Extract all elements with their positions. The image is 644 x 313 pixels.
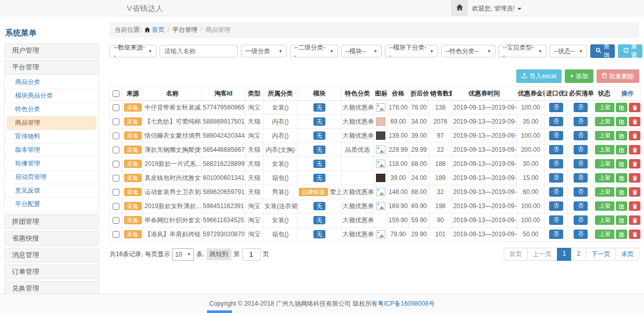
row-checkbox[interactable] (113, 161, 119, 167)
status-button[interactable]: 上架 (595, 117, 615, 126)
must-buy-toggle-button[interactable]: 否 (574, 131, 588, 140)
sidebar-item[interactable]: 宣传物料 (5, 130, 99, 143)
status-button[interactable]: 上架 (595, 215, 615, 224)
filter-select-module[interactable]: --模块--▼ (341, 45, 382, 57)
import-toggle-button[interactable]: 否 (549, 230, 563, 238)
sidebar-group[interactable]: 订单管理 (4, 264, 99, 279)
filter-select-status[interactable]: --状态--▼ (550, 45, 587, 57)
row-checkbox[interactable] (113, 104, 119, 111)
delete-button[interactable] (629, 187, 640, 197)
query-button[interactable]: 查询 (590, 44, 615, 58)
import-excel-button[interactable]: 导入excel (516, 69, 562, 83)
edit-button[interactable] (616, 145, 627, 154)
row-checkbox[interactable] (113, 203, 119, 210)
filter-select-level2-category[interactable]: --二级分类--▼ (290, 45, 338, 57)
sidebar-group[interactable]: 拼团管理 (4, 214, 99, 229)
per-page-select[interactable]: 10▼ (172, 248, 194, 261)
row-checkbox[interactable] (113, 118, 119, 125)
row-checkbox[interactable] (113, 175, 119, 182)
pager-item[interactable]: 末页 (615, 248, 639, 261)
status-button[interactable]: 上架 (595, 159, 615, 168)
import-toggle-button[interactable]: 否 (549, 215, 563, 224)
status-button[interactable]: 上架 (595, 230, 615, 238)
status-button[interactable]: 上架 (595, 173, 615, 182)
filter-select-level1-category[interactable]: 一级分类▼ (241, 45, 287, 57)
edit-button[interactable] (616, 230, 627, 239)
filter-select-special-category[interactable]: --特色分类--▼ (441, 45, 495, 57)
status-button[interactable]: 上架 (595, 145, 615, 154)
delete-button[interactable] (629, 215, 640, 225)
import-toggle-button[interactable]: 否 (549, 145, 563, 154)
pager-item[interactable]: 1 (557, 248, 572, 261)
must-buy-toggle-button[interactable]: 否 (574, 159, 588, 168)
import-toggle-button[interactable]: 否 (549, 187, 563, 196)
edit-button[interactable] (616, 159, 627, 168)
reset-button[interactable]: 重置 (618, 44, 642, 58)
jump-page-input[interactable] (242, 248, 261, 261)
edit-button[interactable] (616, 215, 627, 225)
must-buy-toggle-button[interactable]: 否 (574, 103, 588, 112)
delete-button[interactable] (629, 103, 640, 112)
pager-item[interactable]: 2 (571, 248, 586, 261)
edit-button[interactable] (616, 201, 627, 211)
row-checkbox[interactable] (113, 231, 119, 238)
sidebar-item[interactable]: 版本管理 (5, 143, 99, 157)
import-toggle-button[interactable]: 否 (549, 159, 563, 168)
row-checkbox[interactable] (113, 217, 119, 224)
must-buy-toggle-button[interactable]: 否 (574, 230, 588, 238)
pager-item[interactable]: 上一页 (527, 248, 557, 261)
status-button[interactable]: 上架 (595, 103, 615, 112)
delete-button[interactable] (629, 117, 640, 126)
must-buy-toggle-button[interactable]: 否 (574, 173, 588, 182)
delete-button[interactable] (629, 201, 640, 211)
sidebar-group[interactable]: 用户管理 (4, 43, 99, 58)
sidebar-item[interactable]: 商品分类 (5, 76, 99, 89)
import-toggle-button[interactable]: 否 (549, 103, 563, 112)
must-buy-toggle-button[interactable]: 否 (574, 145, 588, 154)
status-button[interactable]: 上架 (595, 187, 615, 196)
edit-button[interactable] (616, 187, 627, 197)
must-buy-toggle-button[interactable]: 否 (574, 201, 588, 210)
filter-select-module-subcategory[interactable]: --模块下分类--▼ (385, 45, 438, 57)
edit-button[interactable] (616, 117, 627, 126)
icp-link[interactable]: 粤ICP备16098006号 (378, 300, 434, 307)
delete-button[interactable] (629, 230, 640, 239)
filter-select-data-source[interactable]: --数据来源--▼ (110, 45, 156, 57)
row-checkbox[interactable] (113, 133, 119, 139)
user-menu[interactable]: 欢迎您, 管理员! (472, 4, 521, 13)
add-button[interactable]: + 添加 (565, 69, 593, 83)
jump-button[interactable]: 跳转到 (206, 248, 232, 260)
sidebar-group[interactable]: 省惠快报 (4, 231, 99, 246)
edit-button[interactable] (616, 103, 627, 112)
breadcrumb-home-link[interactable]: 首页 (152, 26, 164, 33)
pager-item[interactable]: 下一页 (586, 248, 616, 261)
delete-button[interactable] (629, 159, 640, 168)
import-toggle-button[interactable]: 否 (549, 117, 563, 126)
sidebar-group[interactable]: 消息管理 (4, 248, 99, 262)
pager-item[interactable]: 首页 (504, 248, 528, 261)
must-buy-toggle-button[interactable]: 否 (574, 117, 588, 126)
sidebar-group[interactable]: 平台管理 (4, 60, 99, 75)
import-toggle-button[interactable]: 否 (549, 201, 563, 210)
delete-button[interactable] (629, 131, 640, 140)
edit-button[interactable] (616, 131, 627, 140)
edit-button[interactable] (616, 173, 627, 183)
must-buy-toggle-button[interactable]: 否 (574, 187, 588, 196)
import-toggle-button[interactable]: 否 (549, 173, 563, 182)
sidebar-item[interactable]: 意见反馈 (5, 184, 99, 198)
sidebar-item[interactable]: 特色分类 (5, 103, 99, 116)
batch-delete-button[interactable]: 批量删除 (597, 69, 639, 83)
import-toggle-button[interactable]: 否 (549, 131, 563, 140)
filter-input-name-search[interactable] (160, 45, 238, 57)
sidebar-item[interactable]: 轮播管理 (5, 157, 99, 171)
sidebar-item[interactable]: 商品管理 (7, 116, 96, 130)
must-buy-toggle-button[interactable]: 否 (574, 215, 588, 224)
delete-button[interactable] (629, 173, 640, 183)
sidebar-item[interactable]: 启动页管理 (5, 171, 99, 184)
filter-select-item-type[interactable]: --宝贝类型--▼ (499, 45, 546, 57)
sidebar-item[interactable]: 平台配置 (5, 198, 99, 211)
home-button[interactable] (451, 0, 468, 16)
row-checkbox[interactable] (113, 147, 119, 153)
sidebar-item[interactable]: 模块商品分类 (5, 89, 99, 103)
status-button[interactable]: 上架 (595, 131, 615, 140)
